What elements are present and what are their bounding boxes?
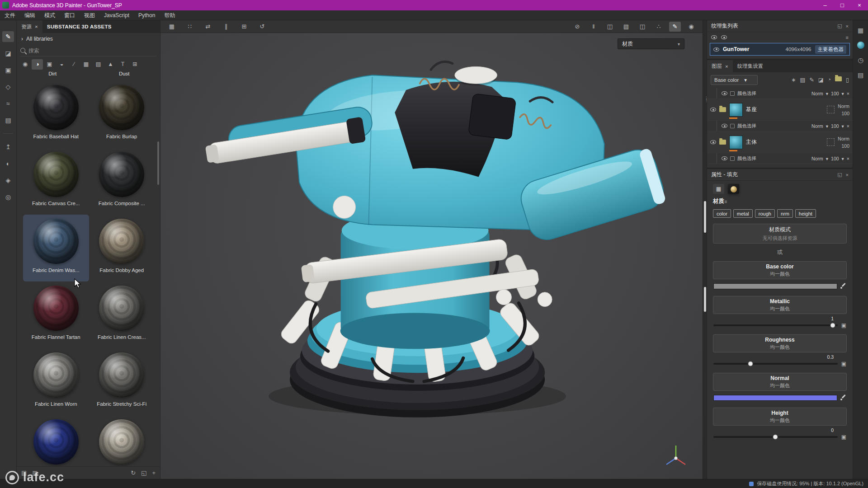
polygon-fill-tool[interactable]: ◇ (2, 81, 14, 92)
slider-handle[interactable] (773, 435, 778, 440)
eye-icon[interactable] (721, 35, 727, 39)
texture-set-row-guntower[interactable]: GunTower 4096x4096 主要着色器 (710, 43, 850, 56)
add-effect-icon[interactable]: ◔ (828, 76, 831, 83)
filter-brushes-icon[interactable]: ∕ (68, 59, 80, 70)
tab-layers[interactable]: 图层 × (707, 60, 733, 72)
blend-mode-dropdown[interactable]: Base color ▾ (711, 75, 758, 85)
particles-icon[interactable]: ∴ (653, 22, 665, 32)
base-color-swatch[interactable] (713, 283, 837, 289)
popout-icon[interactable]: ◱ (837, 172, 842, 178)
filter-textures-icon[interactable]: ▤ (93, 59, 104, 70)
height-slider[interactable] (713, 436, 838, 438)
tab-close-icon[interactable]: × (725, 64, 728, 69)
minimize-button[interactable]: – (816, 0, 834, 10)
channel-metal[interactable]: metal (733, 209, 753, 218)
symmetry-grid-icon[interactable]: ▦ (166, 22, 178, 32)
tab-texture-set-settings[interactable]: 纹理集设置 (733, 60, 768, 72)
material-mode-icon[interactable] (728, 184, 739, 194)
navigation-gizmo[interactable] (663, 443, 689, 469)
add-frame-icon[interactable]: ⊞ (238, 22, 250, 32)
trash-icon[interactable]: ▯ (846, 76, 849, 83)
material-mode-button[interactable]: 材质模式 无可供选择资源 (713, 224, 847, 244)
wand-icon[interactable]: ∗ (791, 76, 796, 83)
add-folder-icon[interactable] (835, 76, 842, 81)
stack-icon[interactable]: ▣ (841, 322, 846, 328)
blend-value[interactable]: Norm (811, 91, 823, 96)
maximize-button[interactable]: □ (834, 0, 851, 10)
geometry-icon[interactable]: ▧ (620, 22, 632, 32)
layer-row-group[interactable]: 基座 Norm 100 (707, 99, 853, 121)
eye-icon[interactable] (722, 156, 727, 160)
texture-set-shader[interactable]: 主要着色器 (815, 45, 847, 54)
menu-help[interactable]: 帮助 (160, 10, 179, 20)
remove-icon[interactable]: × (847, 91, 849, 96)
eye-icon[interactable] (710, 140, 716, 144)
panel-splitter[interactable]: ⋮⋮ (703, 20, 707, 479)
hide-ui-icon[interactable]: ⊘ (571, 22, 583, 32)
opacity-value[interactable]: 100 (841, 143, 849, 149)
opacity-value[interactable]: 100 (841, 111, 849, 116)
eye-icon[interactable] (711, 35, 717, 39)
filter-materials-icon[interactable]: ◑ (32, 59, 43, 70)
render-mode-icon[interactable]: ◉ (685, 22, 697, 32)
badge-tool[interactable]: ◎ (2, 192, 14, 202)
menu-python[interactable]: Python (134, 10, 160, 20)
menu-window[interactable]: 窗口 (60, 10, 80, 20)
blend-value[interactable]: Norm (811, 156, 823, 161)
tab-substance-assets[interactable]: SUBSTANCE 3D ASSETS (42, 20, 116, 33)
layer-checkbox[interactable] (730, 91, 735, 96)
opacity-value[interactable]: 100 (831, 156, 839, 161)
flag-tool[interactable]: ◈ (2, 175, 14, 186)
layer-row-fill[interactable]: 颜色选择 Norm ▾ 100 ▾ × (707, 88, 853, 99)
add-icon[interactable]: + (152, 469, 156, 476)
normal-swatch[interactable] (713, 395, 837, 401)
eye-icon[interactable] (722, 91, 727, 95)
height-button[interactable]: Height 均一颜色 (713, 408, 847, 426)
scrollbar-thumb[interactable] (704, 287, 706, 312)
log-toggle-icon[interactable]: ▤ (858, 71, 863, 79)
projection-tool[interactable]: ▣ (2, 65, 14, 75)
base-color-button[interactable]: Base color 均一颜色 (713, 261, 847, 279)
fill-mode-icon[interactable]: ▦ (713, 184, 724, 194)
search-input[interactable] (28, 47, 156, 54)
export-tool[interactable]: ↥ (2, 141, 14, 152)
channel-color[interactable]: color (713, 209, 731, 218)
material-tile[interactable]: Fabric Linen Creas... (89, 282, 155, 348)
filter-smart-materials-icon[interactable]: ▣ (44, 59, 55, 70)
roughness-slider[interactable] (713, 363, 838, 365)
eyedropper-icon[interactable] (840, 395, 846, 401)
layer-thumbnail[interactable] (729, 136, 743, 149)
filter-smart-masks-icon[interactable]: ◒ (56, 59, 67, 70)
blend-value[interactable]: Norm (838, 103, 849, 109)
close-button[interactable]: × (851, 0, 868, 10)
close-icon[interactable]: × (846, 172, 849, 178)
paint-mode-icon[interactable]: ✎ (669, 22, 681, 32)
splitter-handle[interactable]: ⋮⋮ (704, 97, 708, 102)
split-view-icon[interactable]: ∥ (220, 22, 232, 32)
clone-tool[interactable]: ▤ (2, 115, 14, 126)
material-tile[interactable]: Fabric Flannel Tartan (23, 282, 89, 348)
texture-set-list-toggle-icon[interactable]: ▦ (858, 27, 863, 34)
roughness-button[interactable]: Roughness 均一颜色 (713, 334, 847, 352)
hamburger-icon[interactable]: ≡ (846, 35, 849, 40)
filter-all-icon[interactable]: ◉ (19, 59, 31, 70)
material-tile[interactable]: Fabric Stretchy Sci-Fi (89, 348, 155, 415)
filter-alphas-icon[interactable]: ▦ (80, 59, 92, 70)
eyedropper-icon[interactable] (840, 283, 846, 289)
material-tile[interactable]: Fabric Baseball Hat (23, 81, 89, 148)
shelf-toggle-icon[interactable] (857, 42, 864, 49)
material-tile[interactable]: Fabric Composite ... (89, 148, 155, 215)
mirror-icon[interactable]: ⇄ (202, 22, 214, 32)
tab-resources[interactable]: 资源 × (17, 20, 42, 33)
layer-checkbox[interactable] (730, 156, 735, 161)
normal-button[interactable]: Normal 均一颜色 (713, 373, 847, 391)
paint-brush-tool[interactable]: ✎ (2, 31, 14, 42)
close-icon[interactable]: × (846, 23, 849, 29)
viewport-canvas[interactable]: 材质 ▾ (160, 33, 703, 479)
opacity-value[interactable]: 100 (831, 123, 839, 129)
hamburger-icon[interactable]: ≡ (724, 199, 727, 204)
menu-mode[interactable]: 模式 (40, 10, 60, 20)
add-fill-layer-icon[interactable]: ◪ (818, 76, 824, 83)
assets-scrollbar[interactable] (157, 141, 159, 185)
channel-height[interactable]: height (795, 209, 816, 218)
